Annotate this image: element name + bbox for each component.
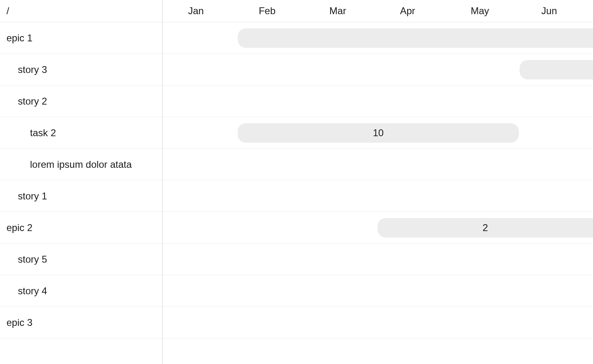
month-header: May xyxy=(471,0,489,22)
month-header: Jun xyxy=(541,0,557,22)
gantt-row-item[interactable]: task 2 xyxy=(0,117,162,149)
gantt-time-column: JanFebMarAprMayJun 102 xyxy=(162,0,593,364)
root-label: / xyxy=(6,5,9,17)
gantt-row-label: epic 2 xyxy=(6,222,32,233)
gantt-time-header: JanFebMarAprMayJun xyxy=(162,0,593,22)
month-header: Mar xyxy=(329,0,346,22)
gantt-row-label: story 2 xyxy=(18,96,47,107)
gantt-time-row xyxy=(162,275,593,307)
gantt-row-label: story 3 xyxy=(18,64,47,75)
gantt-row-item[interactable]: lorem ipsum dolor atata xyxy=(0,149,162,180)
gantt-row-item[interactable]: story 2 xyxy=(0,86,162,117)
gantt-time-row xyxy=(162,54,593,86)
gantt-row-item[interactable]: epic 3 xyxy=(0,307,162,338)
gantt-time-row: 10 xyxy=(162,117,593,149)
gantt-header-root: / xyxy=(0,0,162,22)
gantt-row-label: story 5 xyxy=(18,254,47,265)
month-header: Feb xyxy=(259,0,275,22)
gantt-time-row xyxy=(162,244,593,275)
gantt-row-label: story 4 xyxy=(18,285,47,297)
gantt-time-row xyxy=(162,149,593,180)
gantt-bar[interactable] xyxy=(520,60,593,79)
gantt-row-label: epic 3 xyxy=(6,317,32,328)
gantt-bar[interactable] xyxy=(238,28,593,48)
gantt-bar[interactable]: 2 xyxy=(378,218,593,238)
month-header: Apr xyxy=(400,0,415,22)
gantt-bar-value: 10 xyxy=(373,127,384,139)
gantt-row-item[interactable]: story 5 xyxy=(0,244,162,275)
gantt-side-column: / epic 1story 3story 2task 2lorem ipsum … xyxy=(0,0,162,364)
gantt-row-label: lorem ipsum dolor atata xyxy=(30,159,132,170)
gantt-row-item[interactable]: epic 2 xyxy=(0,212,162,244)
gantt-row-item[interactable]: story 1 xyxy=(0,180,162,212)
gantt-bar[interactable]: 10 xyxy=(238,123,519,143)
gantt-row-item[interactable]: story 4 xyxy=(0,275,162,307)
gantt-row-item[interactable]: story 3 xyxy=(0,54,162,86)
gantt-view: / epic 1story 3story 2task 2lorem ipsum … xyxy=(0,0,593,364)
gantt-row-label: task 2 xyxy=(30,127,56,139)
gantt-time-row xyxy=(162,180,593,212)
gantt-time-row xyxy=(162,86,593,117)
gantt-time-row: 2 xyxy=(162,212,593,244)
month-header: Jan xyxy=(188,0,204,22)
gantt-bar-value: 2 xyxy=(483,222,488,233)
gantt-row-item[interactable]: epic 1 xyxy=(0,22,162,54)
gantt-row-label: story 1 xyxy=(18,191,47,202)
gantt-row-label: epic 1 xyxy=(6,32,32,44)
gantt-divider xyxy=(162,0,163,364)
gantt-time-row xyxy=(162,307,593,338)
gantt-time-row xyxy=(162,22,593,54)
